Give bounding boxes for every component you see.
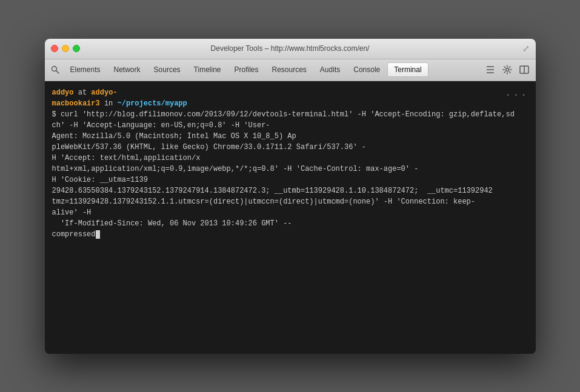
tab-resources[interactable]: Resources [266, 63, 313, 76]
terminal-cursor [96, 230, 100, 239]
devtools-window: Developer Tools – http://www.html5rocks.… [45, 39, 536, 354]
tab-timeline[interactable]: Timeline [188, 63, 227, 76]
dock-icon[interactable] [518, 63, 531, 76]
tab-terminal[interactable]: Terminal [387, 62, 428, 77]
terminal-at: at [74, 88, 92, 97]
prompt-header: addyo at addyo- macbookair3 in ~/project… [52, 87, 187, 109]
tab-audits[interactable]: Audits [314, 63, 346, 76]
terminal-host2: macbookair3 [52, 99, 100, 108]
tab-sources[interactable]: Sources [148, 63, 187, 76]
tab-elements[interactable]: Elements [64, 63, 107, 76]
tab-network[interactable]: Network [108, 63, 147, 76]
svg-point-5 [505, 68, 508, 71]
titlebar: Developer Tools – http://www.html5rocks.… [45, 39, 536, 59]
terminal-options[interactable]: ··· [505, 87, 528, 104]
toolbar-icons [484, 63, 531, 76]
list-icon[interactable] [484, 63, 497, 76]
terminal-command: $ curl 'http://blog.dfilimonov.com/2013/… [52, 109, 528, 240]
terminal-path: ~/projects/myapp [118, 99, 187, 108]
tab-console[interactable]: Console [347, 63, 386, 76]
terminal-user: addyo [52, 88, 74, 97]
terminal-area[interactable]: addyo at addyo- macbookair3 in ~/project… [45, 81, 536, 354]
terminal-host: addyo- [91, 88, 117, 97]
tab-profiles[interactable]: Profiles [228, 63, 264, 76]
svg-line-1 [56, 71, 59, 74]
traffic-lights [51, 45, 80, 52]
resize-icon[interactable]: ⤢ [522, 44, 530, 53]
toolbar: Elements Network Sources Timeline Profil… [45, 59, 536, 81]
close-button[interactable] [51, 45, 58, 52]
maximize-button[interactable] [73, 45, 80, 52]
window-title: Developer Tools – http://www.html5rocks.… [211, 44, 370, 53]
search-icon[interactable] [50, 64, 61, 75]
terminal-in: in [100, 99, 118, 108]
minimize-button[interactable] [62, 45, 69, 52]
settings-icon[interactable] [501, 63, 514, 76]
